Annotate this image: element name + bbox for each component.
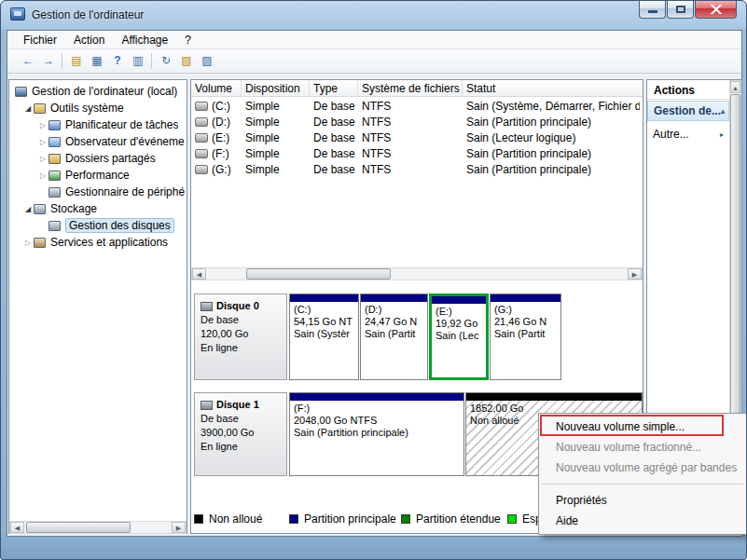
menu-fichier[interactable]: Fichier	[15, 32, 65, 48]
scroll-right-button[interactable]: ▶	[628, 268, 642, 280]
menu-item-proprietes[interactable]: Propriétés	[539, 490, 746, 511]
tree-label: Outils système	[50, 102, 124, 115]
column-header-systeme-fichiers[interactable]: Système de fichiers	[358, 80, 463, 96]
refresh-button[interactable]: ↻	[157, 52, 175, 71]
actions-item-autre[interactable]: Autre... ▸	[647, 125, 729, 143]
maximize-button[interactable]	[667, 1, 694, 19]
close-button[interactable]	[695, 1, 737, 19]
volume-disposition: Simple	[242, 100, 310, 113]
partition-e-extended[interactable]: (E:) 19,92 Go Sain (Lec	[429, 294, 489, 380]
collapsed-icon[interactable]: ▷	[37, 121, 48, 130]
volume-fs: NTFS	[358, 100, 463, 113]
partition-status: Sain (Partition principale)	[294, 427, 460, 439]
disk-0-info[interactable]: Disque 0 De base 120,00 Go En ligne	[194, 294, 287, 380]
volume-type: De base	[310, 131, 358, 144]
scroll-right-button[interactable]: ▶	[172, 522, 186, 533]
help-button[interactable]: ?	[108, 52, 127, 71]
computer-management-window: Gestion de l'ordinateur Fichier Action A…	[0, 0, 747, 560]
help-icon: ?	[114, 54, 120, 67]
collapsed-icon[interactable]: ▷	[37, 171, 48, 180]
scroll-up-button[interactable]: ▲	[730, 81, 740, 93]
toolbar-separator	[62, 53, 62, 69]
volume-statut: Sain (Partition principale)	[463, 116, 640, 129]
collapsed-icon[interactable]: ▷	[37, 138, 48, 146]
partition-c[interactable]: (C:) 54,15 Go NT Sain (Systèr	[289, 294, 359, 380]
disk-name: Disque 0	[216, 299, 259, 313]
titlebar[interactable]: Gestion de l'ordinateur	[1, 1, 746, 29]
back-button[interactable]: ←	[19, 52, 37, 71]
tree-item-services-applications[interactable]: ▷ Services et applications	[9, 234, 186, 251]
menu-affichage[interactable]: Affichage	[113, 32, 176, 48]
tree-item-performance[interactable]: ▷ Performance	[9, 167, 186, 184]
collapsed-icon[interactable]: ▷	[37, 155, 48, 163]
show-action-pane-button[interactable]: ▥	[129, 52, 147, 71]
up-level-button[interactable]: ▤	[67, 52, 86, 71]
volume-statut: Sain (Système, Démarrer, Fichier d'é	[463, 100, 640, 113]
partition-label: (E:)	[436, 306, 482, 318]
tree-label: Gestionnaire de périphé	[65, 185, 185, 198]
column-header-type[interactable]: Type	[310, 80, 358, 96]
action-pane-icon: ▥	[132, 54, 143, 67]
partition-color-strip	[290, 294, 358, 302]
column-header-statut[interactable]: Statut	[463, 80, 640, 96]
volume-disposition: Simple	[242, 116, 310, 129]
column-header-disposition[interactable]: Disposition	[242, 80, 310, 96]
expanded-icon[interactable]: ◢	[22, 205, 34, 213]
menu-action[interactable]: Action	[65, 32, 113, 48]
console-tree-icon: ▦	[91, 54, 102, 67]
tree-item-stockage[interactable]: ◢ Stockage	[9, 200, 186, 217]
partition-d[interactable]: (D:) 24,47 Go N Sain (Partit	[360, 294, 428, 380]
tree-item-gestion-des-disques[interactable]: Gestion des disques	[9, 217, 186, 234]
actions-group-gestion[interactable]: Gestion de... ▴	[647, 101, 729, 121]
tree-item-observateur[interactable]: ▷ Observateur d'événeme	[9, 133, 186, 150]
collapsed-icon[interactable]: ▷	[22, 239, 34, 247]
volume-list-hscrollbar[interactable]: ◀ ▶	[191, 267, 643, 280]
flyout-arrow-icon: ▸	[720, 130, 724, 139]
volume-row-f[interactable]: (F:) Simple De base NTFS Sain (Partition…	[191, 145, 643, 161]
tree-hscrollbar[interactable]: ◀ ▶	[9, 521, 187, 534]
expanded-icon[interactable]: ◢	[22, 104, 34, 113]
minimize-button[interactable]	[639, 1, 666, 19]
scrollbar-thumb[interactable]	[26, 522, 131, 533]
volume-fs: NTFS	[358, 116, 463, 129]
export-list-button[interactable]: ▧	[177, 52, 196, 71]
partition-f[interactable]: (F:) 2048,00 Go NTFS Sain (Partition pri…	[289, 392, 464, 476]
column-header-volume[interactable]: Volume	[191, 80, 242, 96]
legend-swatch	[289, 514, 298, 524]
volume-row-d[interactable]: (D:) Simple De base NTFS Sain (Partition…	[191, 114, 643, 130]
tree-item-planificateur[interactable]: ▷ Planificateur de tâches	[9, 116, 186, 133]
partition-size: 54,15 Go NT	[294, 316, 354, 328]
volume-disposition: Simple	[242, 163, 310, 176]
tree-item-outils-systeme[interactable]: ◢ Outils système	[9, 100, 186, 116]
forward-button[interactable]: →	[39, 52, 58, 71]
chevron-up-icon: ▴	[721, 107, 725, 116]
partition-g[interactable]: (G:) 21,46 Go N Sain (Partit	[490, 294, 561, 380]
tree-item-gestionnaire-peripheriques[interactable]: Gestionnaire de périphé	[9, 184, 186, 200]
device-manager-icon	[48, 187, 61, 198]
volume-type: De base	[310, 163, 358, 176]
show-console-tree-button[interactable]: ▦	[88, 52, 106, 71]
disk-1-info[interactable]: Disque 1 De base 3900,00 Go En ligne	[194, 392, 287, 476]
legend-label: Non alloué	[209, 512, 262, 526]
volume-statut: Sain (Partition principale)	[463, 163, 640, 176]
volume-statut: Sain (Partition principale)	[463, 147, 640, 160]
services-icon	[34, 238, 46, 248]
menu-bar: Fichier Action Affichage ?	[7, 31, 741, 49]
tree-label: Observateur d'événeme	[65, 135, 185, 148]
volume-fs: NTFS	[358, 147, 463, 160]
tree-label: Gestion de l'ordinateur (local)	[32, 85, 177, 98]
volume-row-g[interactable]: (G:) Simple De base NTFS Sain (Partition…	[191, 161, 643, 177]
volume-row-e[interactable]: (E:) Simple De base NTFS Sain (Lecteur l…	[191, 130, 643, 145]
volume-icon	[195, 117, 208, 127]
menu-item-aide[interactable]: Aide	[539, 511, 746, 531]
scroll-left-button[interactable]: ◀	[10, 522, 24, 533]
tree-item-root[interactable]: Gestion de l'ordinateur (local)	[9, 83, 186, 100]
menu-aide[interactable]: ?	[176, 32, 200, 48]
volume-row-c[interactable]: (C:) Simple De base NTFS Sain (Système, …	[191, 98, 643, 114]
disk-view-button[interactable]: ▨	[198, 52, 216, 71]
scrollbar-thumb[interactable]	[246, 268, 391, 280]
actions-item-label: Autre...	[653, 128, 689, 141]
tree-item-dossiers-partages[interactable]: ▷ Dossiers partagés	[9, 150, 186, 167]
partition-label: (F:)	[294, 403, 460, 415]
scroll-left-button[interactable]: ◀	[192, 268, 206, 280]
